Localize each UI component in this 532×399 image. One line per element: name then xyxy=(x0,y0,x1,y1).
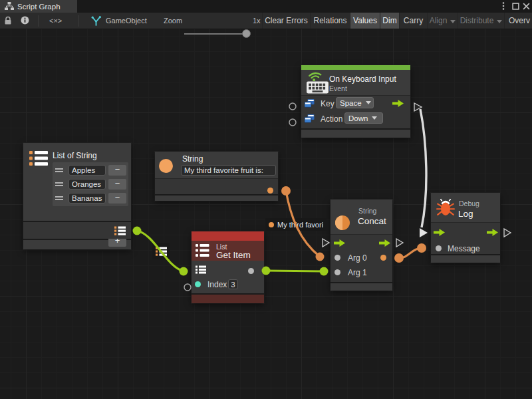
values-button[interactable]: Values xyxy=(350,13,380,29)
title-bar: Script Graph xyxy=(0,0,532,13)
distribute-button[interactable]: Distribute xyxy=(458,13,504,29)
wire-endpoint[interactable] xyxy=(320,267,329,276)
relations-button[interactable]: Relations xyxy=(310,13,350,29)
flow-out-arrow-icon[interactable] xyxy=(392,100,404,107)
log-flow-out-triangle[interactable] xyxy=(504,229,511,237)
gameobject-icon xyxy=(90,15,102,27)
more-menu-icon[interactable] xyxy=(499,1,508,11)
keyboard-node-body: Key Space Action Down xyxy=(301,95,410,128)
result-output-port[interactable] xyxy=(380,255,386,261)
tab-title: Script Graph xyxy=(17,3,61,11)
toolbar-buttons: Clear Errors Relations Values Dim Carry … xyxy=(262,13,532,29)
drag-handle-icon[interactable] xyxy=(55,166,63,174)
flow-out-arrow-icon[interactable] xyxy=(487,229,498,236)
concat-header: String Concat xyxy=(331,200,392,234)
log-header: Debug Log xyxy=(431,193,500,222)
key-port-label: Key xyxy=(321,99,334,108)
action-unconnected-port[interactable] xyxy=(289,119,296,126)
wire-endpoint[interactable] xyxy=(281,186,291,196)
code-view-icon[interactable]: <×> xyxy=(49,17,62,25)
flow-in-arrow-icon[interactable] xyxy=(434,229,445,236)
node-category: String xyxy=(358,207,376,215)
maximize-icon[interactable] xyxy=(511,1,520,11)
zoom-slider-track[interactable] xyxy=(184,33,243,35)
carry-button[interactable]: Carry xyxy=(399,13,427,29)
wire-endpoint[interactable] xyxy=(180,267,188,276)
index-value-field[interactable]: 3 xyxy=(228,279,238,289)
list-of-string-node[interactable]: List of String Apples − Oranges − Ban xyxy=(23,143,131,249)
list-icon xyxy=(156,247,167,256)
debug-log-node[interactable]: Debug Log Message xyxy=(431,193,500,263)
list-input-port-icon[interactable] xyxy=(196,265,206,274)
concat-icon xyxy=(334,215,350,231)
keyboard-node-footer xyxy=(301,130,410,138)
string-literal-node[interactable]: String My third favorite fruit is: xyxy=(155,152,278,201)
caret-down-icon xyxy=(366,101,371,104)
caret-down-icon xyxy=(372,116,377,120)
item-output-port[interactable] xyxy=(248,268,254,274)
wire-concat-to-message[interactable] xyxy=(399,248,422,258)
flow-in-arrow-icon[interactable] xyxy=(334,239,345,247)
bug-icon xyxy=(436,198,455,216)
overview-button[interactable]: Overv xyxy=(504,13,532,29)
action-port-label: Action xyxy=(321,114,342,124)
wire-flow-keyboard-to-log[interactable] xyxy=(420,109,426,227)
tab-script-graph[interactable]: Script Graph xyxy=(0,0,77,13)
zoom-label: Zoom xyxy=(164,17,182,25)
wire-endpoint[interactable] xyxy=(316,253,325,261)
index-input-port[interactable] xyxy=(195,281,201,287)
index-unconnected-port[interactable] xyxy=(184,284,191,291)
remove-item-button[interactable]: − xyxy=(108,193,126,203)
lock-icon[interactable] xyxy=(4,16,12,25)
drag-handle-icon[interactable] xyxy=(55,180,63,188)
list-item-field[interactable]: Bananas xyxy=(68,193,106,203)
node-title: Concat xyxy=(358,216,386,226)
wire-endpoint[interactable] xyxy=(417,243,426,253)
input-binding-icon xyxy=(305,99,315,108)
zoom-slider-handle[interactable] xyxy=(242,29,251,38)
dim-button[interactable]: Dim xyxy=(380,13,399,29)
align-button[interactable]: Align xyxy=(427,13,458,29)
string-value-chip: My third favorite fr... xyxy=(265,218,327,231)
remove-item-button[interactable]: − xyxy=(108,179,126,190)
string-output-port[interactable] xyxy=(267,188,273,194)
list-item-field[interactable]: Oranges xyxy=(68,179,106,190)
concat-flow-in-triangle[interactable] xyxy=(323,239,329,247)
concat-node[interactable]: String Concat Arg 0 Arg 1 xyxy=(331,200,392,291)
remove-item-button[interactable]: − xyxy=(108,165,126,176)
key-dropdown[interactable]: Space xyxy=(336,97,374,108)
concat-flow-out-triangle[interactable] xyxy=(396,239,403,247)
keyboard-flow-out-triangle[interactable] xyxy=(414,103,422,111)
flow-out-arrow-icon[interactable] xyxy=(379,239,390,247)
string-node-body xyxy=(155,178,278,194)
clear-errors-button[interactable]: Clear Errors xyxy=(262,13,310,29)
string-value-field[interactable]: My third favorite fruit is: xyxy=(181,165,276,176)
wire-flow-arrowhead xyxy=(420,228,428,237)
get-item-node[interactable]: List Get Item Index 3 xyxy=(192,231,264,303)
graph-canvas[interactable]: On Keyboard Input Event Key Space xyxy=(0,29,532,399)
wire-endpoint[interactable] xyxy=(133,227,142,235)
list-output-port-icon[interactable] xyxy=(114,226,126,235)
wire-getitem-to-arg1[interactable] xyxy=(266,271,324,271)
context-label: GameObject xyxy=(106,17,147,25)
wire-endpoint[interactable] xyxy=(394,253,404,263)
info-icon[interactable] xyxy=(21,16,29,25)
input-binding-icon xyxy=(305,114,315,123)
list-node-header: List of String Apples − Oranges − Ban xyxy=(23,143,131,221)
drag-handle-icon[interactable] xyxy=(55,194,63,202)
close-icon[interactable] xyxy=(521,1,531,11)
list-item-field[interactable]: Apples xyxy=(68,165,106,176)
message-input-port[interactable] xyxy=(436,245,442,251)
zoom-value: 1x xyxy=(253,17,261,25)
action-dropdown-value: Down xyxy=(348,114,368,122)
list-node-body xyxy=(23,222,131,239)
on-keyboard-input-node[interactable]: On Keyboard Input Event Key Space xyxy=(301,65,410,138)
error-accent-bar xyxy=(192,231,264,241)
key-unconnected-port[interactable] xyxy=(289,103,296,110)
index-port-label: Index xyxy=(207,280,227,289)
arg0-input-port[interactable] xyxy=(334,255,340,261)
log-footer xyxy=(431,255,500,263)
action-dropdown[interactable]: Down xyxy=(344,112,383,124)
arg1-input-port[interactable] xyxy=(334,269,340,275)
string-node-header: String My third favorite fruit is: xyxy=(155,152,278,178)
